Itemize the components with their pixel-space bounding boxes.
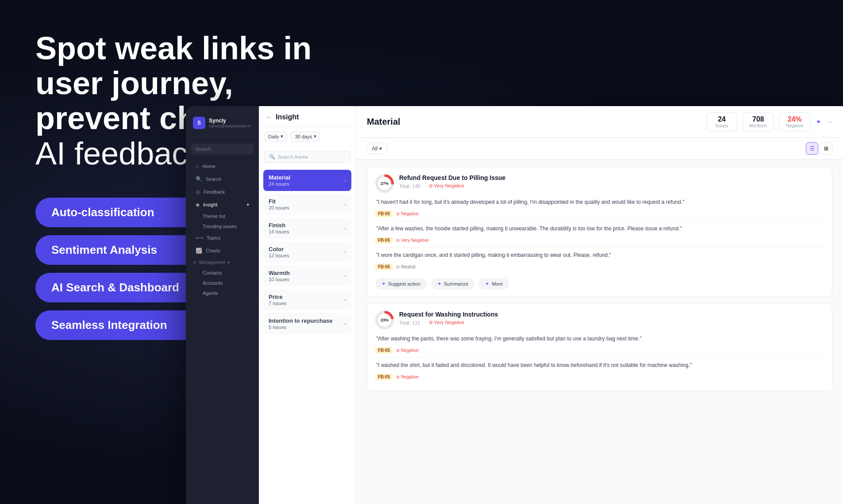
sidebar-item-management[interactable]: ⊙ Management ▾ <box>186 257 259 267</box>
theme-name-warmth: Warmth <box>269 270 290 276</box>
more-actions-btn[interactable]: ✦ More <box>479 278 509 290</box>
theme-item-color[interactable]: Color 12 issues › <box>263 241 351 263</box>
insight-filters: Daily ▾ 30 days ▾ <box>259 127 356 146</box>
topics-icon: ⟷ <box>196 235 203 241</box>
search-icon: 🔍 <box>196 176 202 182</box>
sidebar-nav: ⌂ Home 🔍 Search ◎ Feedback ◈ Insight ▾ T… <box>186 158 259 497</box>
home-icon: ⌂ <box>196 163 199 169</box>
insight-header: ← Insight <box>259 106 356 127</box>
insight-panel-title: Insight <box>276 113 299 121</box>
back-button[interactable]: ← <box>266 114 272 121</box>
sidebar-subitem-agents[interactable]: Agents <box>189 288 256 298</box>
sidebar-item-insight[interactable]: ◈ Insight ▾ <box>189 199 256 211</box>
insight-icon: ◈ <box>196 202 200 208</box>
sparkle-icon[interactable]: ✦ <box>816 118 821 126</box>
theme-arrow-color: › <box>345 250 346 255</box>
list-view-btn[interactable]: ☰ <box>806 142 818 155</box>
main-title: Material <box>367 117 400 127</box>
theme-count-material: 24 issues <box>269 181 290 187</box>
sidebar-item-charts[interactable]: 📈 Charts <box>189 244 256 257</box>
card1-fb-tag2: FB·05 <box>375 237 393 244</box>
theme-name-material: Material <box>269 174 290 181</box>
theme-count-warmth: 10 issues <box>269 277 290 282</box>
filter-days-btn[interactable]: 30 days ▾ <box>291 131 320 141</box>
summarize-btn[interactable]: ✦ Summarize <box>431 278 475 290</box>
card1-sentiment-tag2: ⊘ Very Negative <box>396 238 428 243</box>
theme-count-intention: 5 issues <box>269 325 332 330</box>
theme-name-fit: Fit <box>269 198 289 205</box>
sidebar-label-search: Search <box>206 176 221 182</box>
card1-sentiment-tag1: ⊘ Negative <box>396 211 418 216</box>
insight-panel: ← Insight Daily ▾ 30 days ▾ 🔍 Search the… <box>259 106 356 504</box>
card2-pct: 23% <box>381 318 389 322</box>
filter-daily-btn[interactable]: Daily ▾ <box>264 131 287 141</box>
theme-name-finish: Finish <box>269 222 289 229</box>
theme-name-color: Color <box>269 246 289 252</box>
badge-auto-classification[interactable]: Auto-classification <box>35 198 204 227</box>
divider2 <box>375 247 824 248</box>
brand-logo: S <box>193 117 205 129</box>
card1-fb-tag1: FB·05 <box>375 210 393 217</box>
management-expand-icon: ▾ <box>227 260 230 265</box>
management-icon: ⊙ <box>193 260 196 265</box>
theme-item-intention[interactable]: Intention to repurchase 5 issues › <box>263 313 351 334</box>
theme-item-material[interactable]: Material 24 issues › <box>263 170 351 191</box>
card1-quote2: "After a few washes, the hoodie started … <box>375 225 824 233</box>
sidebar-item-search[interactable]: 🔍 Search <box>189 173 256 185</box>
sidebar-item-feedback[interactable]: ◎ Feedback <box>189 186 256 198</box>
badge-seamless-integration[interactable]: Seamless Integration <box>35 310 204 340</box>
all-filter-btn[interactable]: All ▾ <box>367 143 387 154</box>
more-options-btn[interactable]: ··· <box>827 118 832 126</box>
sidebar-subitem-trending[interactable]: Trending issues <box>189 221 256 231</box>
feedback-card-2: 23% Request for Washing Instructions Tot… <box>367 303 832 391</box>
grid-view-btn[interactable]: ⊞ <box>820 142 832 155</box>
sidebar-subitem-accounts[interactable]: Accounts <box>189 278 256 288</box>
card1-action-bar: ✦ Suggest action ✦ Summarize ✦ More <box>375 274 824 290</box>
theme-arrow-finish: › <box>345 226 346 231</box>
stat-issues: 24 Issues <box>706 112 737 131</box>
sidebar-subitem-contacts[interactable]: Contacts <box>189 268 256 278</box>
theme-item-fit[interactable]: Fit 20 issues › <box>263 194 351 215</box>
days-dropdown-icon: ▾ <box>314 134 316 139</box>
neg-icon1: ⊘ <box>396 211 400 216</box>
search-theme-placeholder: Search theme <box>278 154 308 160</box>
warning-icon: ⊘ <box>429 183 433 188</box>
suggest-action-btn[interactable]: ✦ Suggest action <box>375 278 427 290</box>
card2-quote2-meta: FB·05 ⊘ Negative <box>375 374 824 380</box>
theme-name-intention: Intention to repurchase <box>269 317 332 324</box>
view-toggle: ☰ ⊞ <box>806 142 832 155</box>
mentions-value: 708 <box>749 115 767 123</box>
feedback-card-1: 27% Refund Request Due to Pilling Issue … <box>367 167 832 297</box>
card2-sentiment: ⊘ Very Negative <box>429 320 465 325</box>
brand-section: S Syncly Syncly@deepbluedot.io <box>186 113 259 137</box>
badge-ai-search[interactable]: AI Search & Dashboard <box>35 273 204 302</box>
sidebar-item-topics[interactable]: ⟷ Topics <box>189 232 256 244</box>
sidebar-search-input[interactable] <box>191 144 254 154</box>
header-stats: 24 Issues 708 Mentions 24% Negative ✦ ··… <box>706 112 832 131</box>
neg-icon4: ⊘ <box>396 374 400 379</box>
theme-item-finish[interactable]: Finish 14 issues › <box>263 218 351 239</box>
sidebar-item-home[interactable]: ⌂ Home <box>189 160 256 172</box>
neg-icon3: ⊘ <box>396 348 400 353</box>
card1-meta: Total: 140 · ⊘ Very Negative <box>399 183 824 189</box>
card1-quote2-meta: FB·05 ⊘ Very Negative <box>375 237 824 244</box>
main-content: Material 24 Issues 708 Mentions 24% Nega… <box>356 106 843 504</box>
badge-sentiment-analysis[interactable]: Sentiment Analysis <box>35 235 204 265</box>
stat-negative: 24% Negative <box>779 112 810 131</box>
card1-sentiment: ⊘ Very Negative <box>429 183 465 189</box>
brand-email: Syncly@deepbluedot.io <box>209 124 251 128</box>
theme-item-price[interactable]: Price 7 issues › <box>263 289 351 310</box>
theme-arrow-fit: › <box>345 202 346 207</box>
more-icon: ✦ <box>485 281 489 287</box>
card2-sentiment-tag2: ⊘ Negative <box>396 374 418 379</box>
negative-value: 24% <box>786 115 804 123</box>
negative-label: Negative <box>786 123 804 128</box>
sidebar-subitem-theme-list[interactable]: Theme list <box>189 211 256 221</box>
theme-arrow-price: › <box>345 298 346 302</box>
brand-info: Syncly Syncly@deepbluedot.io <box>209 118 251 128</box>
theme-item-warmth[interactable]: Warmth 10 issues › <box>263 265 351 286</box>
sidebar-label-insight: Insight <box>203 202 217 207</box>
suggest-icon: ✦ <box>381 281 386 287</box>
feedback-icon: ◎ <box>196 189 200 195</box>
divider1 <box>375 221 824 221</box>
